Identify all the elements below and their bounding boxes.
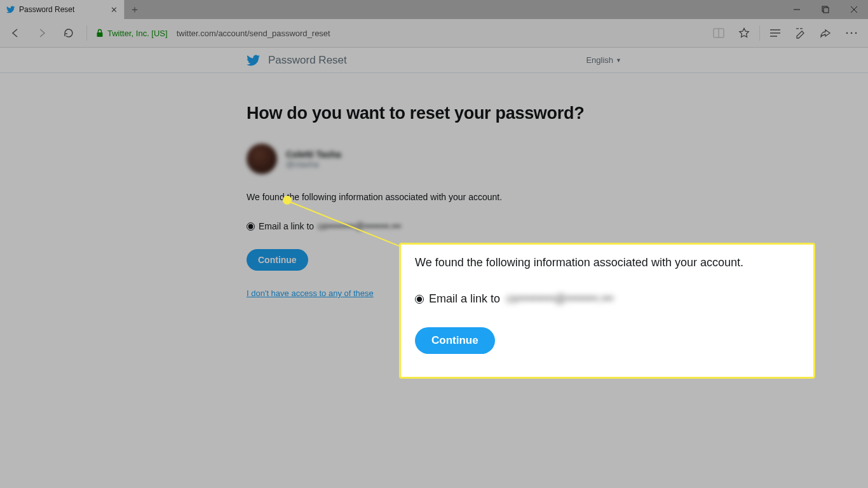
browser-tab[interactable]: Password Reset ✕	[0, 0, 125, 19]
svg-point-14	[851, 32, 853, 34]
callout-email-label: Email a link to	[429, 292, 500, 306]
separator	[759, 25, 760, 41]
back-button[interactable]	[4, 22, 27, 44]
hub-icon[interactable]	[763, 22, 788, 44]
language-label: English	[586, 55, 613, 65]
page-title: Password Reset	[268, 54, 347, 67]
minimize-button[interactable]	[782, 0, 811, 19]
twitter-logo-icon	[247, 53, 261, 67]
refresh-button[interactable]	[57, 22, 80, 44]
user-row: Coletti Tasha @ctasha	[247, 144, 621, 174]
notes-icon[interactable]	[788, 22, 813, 44]
url-text[interactable]: twitter.com/account/send_password_reset	[177, 29, 330, 38]
avatar	[247, 144, 277, 174]
reading-view-icon[interactable]	[706, 22, 731, 44]
annotation-callout: We found the following information assoc…	[399, 243, 815, 379]
twitter-favicon-icon	[6, 5, 15, 14]
site-identity[interactable]: Twitter, Inc. [US]	[93, 29, 168, 38]
callout-email-radio[interactable]	[415, 295, 424, 304]
new-tab-button[interactable]: ＋	[125, 0, 145, 19]
callout-found-text: We found the following information assoc…	[415, 256, 799, 269]
site-header: Password Reset English ▼	[0, 48, 868, 73]
callout-masked-email: ce•••••••••@••••••••.•••	[505, 292, 613, 306]
callout-continue-button[interactable]: Continue	[415, 327, 495, 354]
separator	[86, 25, 87, 41]
tab-close-icon[interactable]: ✕	[111, 5, 118, 15]
svg-rect-2	[824, 8, 829, 13]
continue-button[interactable]: Continue	[247, 249, 308, 271]
annotation-dot	[283, 196, 292, 205]
window-controls	[782, 0, 868, 19]
found-info-text: We found the following information assoc…	[247, 192, 621, 202]
svg-rect-5	[97, 32, 103, 37]
no-access-link[interactable]: I don't have access to any of these	[247, 288, 374, 298]
address-bar: Twitter, Inc. [US] twitter.com/account/s…	[0, 19, 868, 48]
more-icon[interactable]	[839, 22, 864, 44]
share-icon[interactable]	[813, 22, 839, 44]
email-link-radio[interactable]	[247, 222, 255, 231]
user-handle: @ctasha	[286, 159, 341, 169]
chevron-down-icon: ▼	[616, 57, 621, 64]
email-link-option[interactable]: Email a link to ce•••••••••@••••••••.•••	[247, 221, 621, 231]
maximize-button[interactable]	[811, 0, 839, 19]
toolbar-right	[706, 22, 864, 44]
page-heading: How do you want to reset your password?	[247, 104, 621, 123]
forward-button[interactable]	[31, 22, 53, 44]
svg-point-15	[855, 32, 857, 34]
close-window-button[interactable]	[839, 0, 868, 19]
lock-icon	[96, 29, 104, 37]
language-selector[interactable]: English ▼	[586, 55, 621, 65]
email-link-label: Email a link to	[259, 221, 314, 231]
callout-email-option[interactable]: Email a link to ce•••••••••@••••••••.•••	[415, 292, 799, 306]
browser-tab-bar: Password Reset ✕ ＋	[0, 0, 868, 19]
user-display-name: Coletti Tasha	[286, 149, 341, 159]
tab-title: Password Reset	[19, 5, 74, 14]
svg-point-13	[846, 32, 848, 34]
cert-label: Twitter, Inc. [US]	[107, 29, 168, 38]
favorites-star-icon[interactable]	[731, 22, 757, 44]
